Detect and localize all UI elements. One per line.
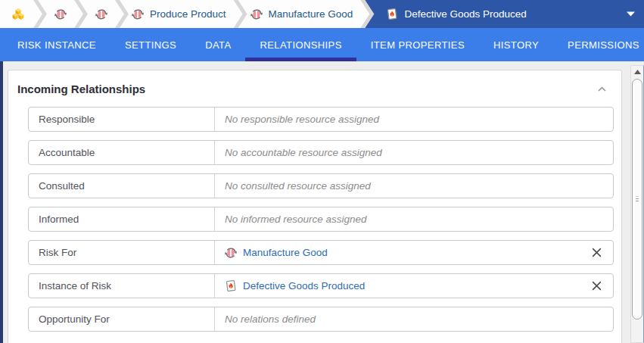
relationship-rows: ResponsibleNo responsible resource assig… xyxy=(8,107,621,332)
row-label: Accountable xyxy=(29,141,215,164)
relationship-row-consulted: ConsultedNo consulted resource assigned xyxy=(28,173,614,198)
tab-relationships[interactable]: RELATIONSHIPS xyxy=(245,28,356,61)
remove-relation-button[interactable] xyxy=(590,279,603,292)
breadcrumb-item-defective-goods-produced[interactable]: Defective Goods Produced xyxy=(365,0,644,28)
row-value: No accountable resource assigned xyxy=(215,141,613,164)
breadcrumb-label: Produce Product xyxy=(150,8,226,20)
row-value: No informed resource assigned xyxy=(215,207,613,231)
chevron-down-icon xyxy=(627,11,635,17)
breadcrumb-dropdown-button[interactable] xyxy=(627,0,635,28)
tab-risk-instance[interactable]: RISK INSTANCE xyxy=(3,28,110,61)
process-icon xyxy=(225,247,237,259)
row-value: No consulted resource assigned xyxy=(215,174,613,198)
empty-value-text: No responsible resource assigned xyxy=(225,114,379,125)
breadcrumb-bar: Produce ProductManufacture GoodDefective… xyxy=(0,0,644,28)
relation-link-defective-goods-produced[interactable]: Defective Goods Produced xyxy=(243,280,365,292)
empty-value-text: No accountable resource assigned xyxy=(225,147,382,158)
breadcrumb: Produce ProductManufacture GoodDefective… xyxy=(0,0,644,28)
row-label: Informed xyxy=(29,207,215,231)
panel-header: Incoming Relationships xyxy=(8,70,621,107)
relationship-row-accountable: AccountableNo accountable resource assig… xyxy=(28,140,614,165)
breadcrumb-item-manufacture-good[interactable]: Manufacture Good xyxy=(238,0,370,28)
process-icon xyxy=(54,8,67,20)
process-icon xyxy=(132,8,144,20)
cubes-icon xyxy=(11,8,25,20)
triangle-up-icon xyxy=(634,70,641,74)
remove-relation-button[interactable] xyxy=(590,246,603,259)
empty-value-text: No informed resource assigned xyxy=(225,214,367,225)
content-area: Incoming Relationships ResponsibleNo res… xyxy=(0,61,644,343)
relationship-row-opportunity-for: Opportunity ForNo relations defined xyxy=(28,307,614,332)
relationship-row-informed: InformedNo informed resource assigned xyxy=(28,207,614,232)
incoming-relationships-panel: Incoming Relationships ResponsibleNo res… xyxy=(8,70,622,343)
panel-title: Incoming Relationships xyxy=(17,83,596,95)
tab-item-properties[interactable]: ITEM PROPERTIES xyxy=(356,28,479,61)
relationship-row-instance-of-risk: Instance of RiskDefective Goods Produced xyxy=(28,273,614,298)
breadcrumb-item-produce-product[interactable]: Produce Product xyxy=(120,0,243,28)
row-label: Consulted xyxy=(29,174,215,198)
risk-icon xyxy=(225,279,237,292)
process-icon xyxy=(250,8,263,20)
tab-settings[interactable]: SETTINGS xyxy=(110,28,191,61)
row-value: No relations defined xyxy=(215,307,613,331)
scroll-up-button[interactable] xyxy=(631,66,643,77)
close-icon xyxy=(592,248,602,257)
relationship-row-responsible: ResponsibleNo responsible resource assig… xyxy=(28,107,614,132)
process-icon xyxy=(95,8,107,20)
row-value: Defective Goods Produced xyxy=(215,274,613,298)
relationship-row-risk-for: Risk ForManufacture Good xyxy=(28,240,614,265)
row-value: No responsible resource assigned xyxy=(215,108,613,131)
chevron-up-icon xyxy=(598,86,606,92)
breadcrumb-label: Manufacture Good xyxy=(269,8,353,20)
relation-link-manufacture-good[interactable]: Manufacture Good xyxy=(243,247,328,258)
scrollbar-grip xyxy=(636,197,639,202)
close-icon xyxy=(592,281,602,291)
tab-permissions[interactable]: PERMISSIONS xyxy=(553,28,644,61)
risk-icon xyxy=(386,8,398,20)
breadcrumb-item-1[interactable] xyxy=(38,0,83,28)
row-label: Instance of Risk xyxy=(29,274,215,298)
scrollbar-thumb[interactable] xyxy=(632,79,642,320)
row-label: Opportunity For xyxy=(29,307,215,331)
empty-value-text: No relations defined xyxy=(225,313,316,325)
collapse-panel-button[interactable] xyxy=(596,85,608,94)
row-label: Responsible xyxy=(29,108,215,131)
tab-data[interactable]: DATA xyxy=(191,28,245,61)
vertical-scrollbar[interactable] xyxy=(630,65,644,343)
row-label: Risk For xyxy=(29,241,215,264)
tab-history[interactable]: HISTORY xyxy=(479,28,553,61)
row-value: Manufacture Good xyxy=(215,241,613,264)
breadcrumb-item-2[interactable] xyxy=(79,0,124,28)
empty-value-text: No consulted resource assigned xyxy=(225,180,371,192)
breadcrumb-label: Defective Goods Produced xyxy=(404,8,526,20)
breadcrumb-item-0[interactable] xyxy=(0,0,42,28)
tab-bar: RISK INSTANCESETTINGSDATARELATIONSHIPSIT… xyxy=(0,28,644,61)
